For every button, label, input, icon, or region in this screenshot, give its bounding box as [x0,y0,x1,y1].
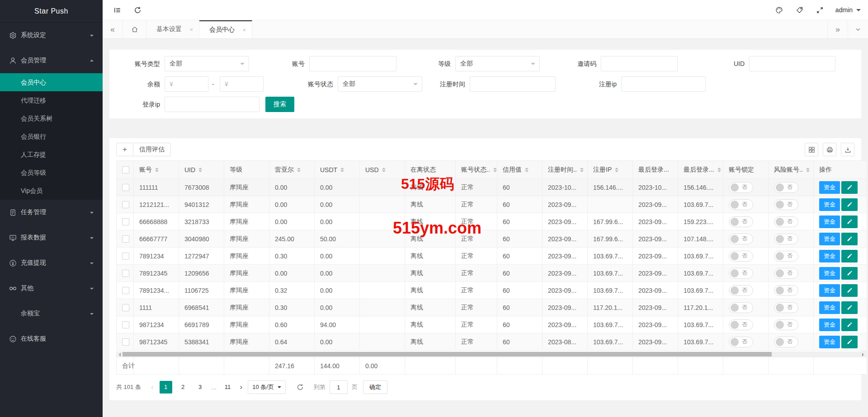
uid-input[interactable] [750,56,835,71]
edit-button[interactable] [841,250,858,262]
columns-button[interactable] [805,143,818,156]
refresh-table-icon[interactable] [294,381,307,394]
sort-asc-icon[interactable] [155,166,159,169]
sort-desc-icon[interactable] [382,170,386,174]
row-checkbox[interactable] [122,218,129,225]
prev-page-button[interactable]: ‹ [151,383,154,392]
sort-icon[interactable] [297,166,301,174]
close-tab-icon[interactable]: × [189,26,193,33]
sort-icon[interactable] [340,166,344,174]
sort-asc-icon[interactable] [615,166,618,169]
register-time-input[interactable] [470,77,555,91]
horizontal-scrollbar[interactable] [116,351,867,357]
sort-icon[interactable] [580,166,584,174]
sort-icon[interactable] [198,166,202,174]
goto-page-input[interactable] [330,380,348,394]
refresh-icon[interactable] [127,0,148,20]
lock-toggle[interactable]: 否 [729,285,753,296]
sort-desc-icon[interactable] [198,170,202,174]
risk-toggle[interactable]: 否 [774,268,798,279]
row-checkbox[interactable] [122,338,129,346]
sidebar-item-manual-deposit-withdraw[interactable]: 人工存提 [0,145,103,164]
scroll-right-arrow-icon[interactable] [862,353,866,356]
page-size-select[interactable]: 10 条/页 [248,380,286,394]
invite-code-input[interactable] [601,56,677,71]
sidebar-item-vip-member[interactable]: Vip会员 [0,182,103,200]
sidebar-item-member-relation-tree[interactable]: 会员关系树 [0,109,103,127]
lock-toggle[interactable]: 否 [729,199,753,210]
lock-toggle[interactable]: 否 [729,319,753,330]
lock-toggle[interactable]: 否 [729,302,753,313]
tag-icon[interactable] [789,0,810,20]
edit-button[interactable] [841,336,858,348]
sort-icon[interactable] [615,166,618,174]
confirm-goto-button[interactable]: 确定 [363,380,387,394]
sort-desc-icon[interactable] [717,170,721,174]
edit-button[interactable] [841,181,858,194]
sort-desc-icon[interactable] [297,170,301,174]
level-select[interactable]: 全部 [455,56,540,71]
page-number-1[interactable]: 1 [160,381,172,394]
sort-asc-icon[interactable] [717,166,721,169]
balance-min-input[interactable] [165,77,208,91]
risk-toggle[interactable]: 否 [774,216,798,227]
risk-toggle[interactable]: 否 [774,234,798,244]
sidebar-item-other[interactable]: 其他 [0,276,103,301]
sidebar-item-member-bank[interactable]: 会员银行 [0,127,103,145]
sort-desc-icon[interactable] [580,170,584,174]
fund-button[interactable]: 资金 [819,181,840,194]
sidebar-item-agent-migration[interactable]: 代理迁移 [0,91,103,109]
sidebar-item-report-data[interactable]: 报表数据 [0,225,103,250]
sidebar-item-yuebao[interactable]: 余额宝 [0,301,103,326]
tabs-scroll-left-button[interactable]: « [103,20,123,38]
risk-toggle[interactable]: 否 [774,182,798,193]
edit-button[interactable] [841,198,858,211]
tab-会员中心[interactable]: 会员中心× [199,20,252,38]
close-tab-icon[interactable]: × [242,27,246,33]
balance-max-input[interactable] [220,77,263,91]
sort-desc-icon[interactable] [155,170,159,174]
lock-toggle[interactable]: 否 [729,337,753,347]
sort-icon[interactable] [493,166,497,174]
user-menu[interactable]: admin [835,6,861,14]
risk-toggle[interactable]: 否 [774,337,798,347]
row-checkbox[interactable] [122,270,129,277]
risk-toggle[interactable]: 否 [774,251,798,262]
sort-asc-icon[interactable] [340,166,344,169]
sidebar-item-member-level[interactable]: 会员等级 [0,164,103,182]
fullscreen-icon[interactable] [810,0,830,20]
account-type-select[interactable]: 全部 [165,56,249,71]
theme-palette-icon[interactable] [769,0,789,20]
page-number-2[interactable]: 2 [177,381,189,394]
row-checkbox[interactable] [122,321,129,328]
page-number-3[interactable]: 3 [194,381,207,394]
sort-desc-icon[interactable] [615,170,618,174]
scroll-left-arrow-icon[interactable] [117,353,121,356]
collapse-sidebar-icon[interactable] [107,0,127,20]
lock-toggle[interactable]: 否 [729,182,753,193]
sort-asc-icon[interactable] [493,166,497,169]
edit-button[interactable] [841,233,858,245]
select-all-checkbox[interactable] [122,166,129,173]
sidebar-item-task-management[interactable]: 任务管理 [0,200,103,225]
row-checkbox[interactable] [122,304,129,311]
print-button[interactable] [823,143,836,156]
credit-eval-button[interactable]: 信用评估 [133,143,171,156]
edit-button[interactable] [841,301,858,314]
sidebar-item-member-management[interactable]: 会员管理 [0,48,103,73]
page-number-11[interactable]: 11 [222,381,234,394]
edit-button[interactable] [841,216,858,228]
fund-button[interactable]: 资金 [819,267,840,280]
edit-button[interactable] [841,267,858,280]
sort-icon[interactable] [155,166,159,174]
sidebar-item-online-service[interactable]: 在线客服 [0,326,103,351]
sidebar-item-recharge-withdraw[interactable]: 充值提现 [0,250,103,276]
fund-button[interactable]: 资金 [819,216,840,228]
risk-toggle[interactable]: 否 [774,319,798,330]
sort-icon[interactable] [806,166,810,174]
tabs-menu-button[interactable] [848,20,868,38]
fund-button[interactable]: 资金 [819,336,840,348]
account-status-select[interactable]: 全部 [338,76,422,92]
row-checkbox[interactable] [122,235,129,243]
risk-toggle[interactable]: 否 [774,199,798,210]
